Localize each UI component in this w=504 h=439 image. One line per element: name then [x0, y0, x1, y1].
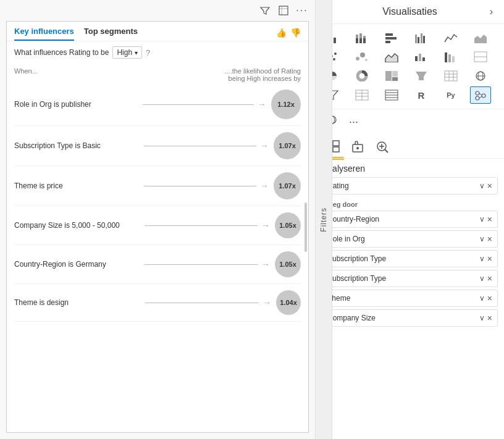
influence-question-text: What influences Rating to be — [14, 48, 109, 57]
svg-point-21 — [333, 58, 335, 61]
viz-unknown1[interactable] — [470, 48, 491, 65]
viz-area-chart[interactable] — [470, 29, 491, 46]
subscription-type-2-chevron-icon[interactable]: ∨ — [479, 274, 485, 283]
analysis-tabs — [316, 131, 504, 159]
viz-treemap[interactable] — [381, 67, 402, 85]
country-region-remove-icon[interactable]: × — [487, 214, 492, 224]
subscription-type-1-remove-icon[interactable]: × — [487, 254, 492, 264]
rating-field-actions: ∨ × — [479, 181, 492, 191]
company-size-chevron-icon[interactable]: ∨ — [479, 314, 485, 322]
influencer-bubble: 1.07x — [274, 132, 301, 159]
viz-globe[interactable] — [470, 67, 491, 85]
svg-rect-69 — [333, 147, 339, 152]
list-item: Country-Region is Germany → 1.05x — [14, 245, 301, 284]
table-header-right: ....the likelihood of Rating being High … — [214, 67, 301, 82]
selected-value: High — [117, 48, 132, 57]
subscription-type-2-remove-icon[interactable]: × — [487, 274, 492, 283]
role-in-org-chevron-icon[interactable]: ∨ — [479, 235, 485, 243]
field-name-role-in-org: Role in Org — [327, 235, 365, 243]
svg-rect-10 — [385, 33, 393, 36]
svg-rect-11 — [385, 37, 397, 40]
svg-rect-7 — [359, 38, 362, 43]
viz-line-area[interactable] — [381, 48, 402, 65]
theme-remove-icon[interactable]: × — [487, 293, 492, 303]
field-name-subscription-type-1: Subscription Type — [327, 254, 386, 263]
viz-matrix[interactable] — [440, 67, 461, 85]
more-options-icon[interactable]: ··· — [295, 4, 309, 17]
field-pill-role-in-org: Role in Org ∨ × — [322, 230, 498, 248]
connector-line — [143, 104, 254, 105]
viz-ribbon[interactable] — [440, 48, 461, 65]
viz-r-script[interactable]: R — [411, 86, 432, 104]
value-dropdown[interactable]: High ▾ — [112, 46, 142, 59]
viz-line-chart[interactable] — [440, 29, 461, 46]
influencer-connector: → — [145, 298, 271, 307]
tab-key-influencers[interactable]: Key influencers — [14, 27, 74, 41]
svg-rect-6 — [359, 33, 362, 38]
influencer-connector: → — [144, 141, 269, 151]
rating-remove-icon[interactable]: × — [487, 181, 492, 191]
svg-rect-4 — [356, 35, 358, 38]
scroll-handle[interactable] — [304, 203, 307, 252]
svg-line-73 — [385, 149, 388, 153]
arrow-icon: → — [261, 259, 270, 269]
viz-stacked-bar[interactable] — [351, 29, 372, 46]
company-size-remove-icon[interactable]: × — [487, 313, 492, 323]
influencer-text: Theme is price — [14, 182, 139, 190]
svg-rect-31 — [452, 56, 455, 62]
theme-chevron-icon[interactable]: ∨ — [479, 294, 485, 303]
viz-funnel[interactable] — [411, 67, 432, 85]
rating-chevron-icon[interactable]: ∨ — [479, 182, 485, 190]
list-item: Role in Org is publisher → 1.12x — [14, 83, 301, 126]
svg-point-23 — [360, 52, 365, 57]
svg-rect-15 — [421, 33, 422, 43]
field-pill-company-size: Company Size ∨ × — [322, 309, 498, 327]
svg-rect-0 — [279, 6, 288, 15]
svg-rect-30 — [448, 54, 451, 62]
viz-python[interactable]: Py — [440, 86, 461, 104]
viz-donut[interactable] — [351, 67, 372, 85]
influencer-text: Country-Region is Germany — [14, 260, 140, 269]
country-region-chevron-icon[interactable]: ∨ — [479, 215, 485, 224]
viz-clustered-bar[interactable] — [411, 29, 432, 46]
connector-line — [145, 303, 259, 303]
svg-rect-16 — [423, 36, 425, 43]
filters-strip[interactable]: Filters — [315, 0, 332, 439]
subscription-type-1-actions: ∨ × — [479, 254, 492, 264]
svg-point-71 — [356, 147, 359, 149]
svg-rect-26 — [415, 56, 418, 61]
influencer-connector: → — [143, 99, 266, 109]
viz-key-influencer[interactable] — [470, 86, 491, 104]
thumbup-icon[interactable]: 👍 — [276, 28, 287, 38]
field-pill-subscription-type-2: Subscription Type ∨ × — [322, 270, 498, 287]
analysis-tab-format[interactable] — [346, 136, 369, 158]
arrow-icon: → — [261, 220, 270, 230]
viz-horiz-bar[interactable] — [381, 29, 402, 46]
table-header-left: When... — [14, 67, 38, 82]
role-in-org-remove-icon[interactable]: × — [487, 234, 492, 244]
help-icon[interactable]: ? — [146, 48, 150, 57]
influencer-connector: → — [144, 181, 269, 191]
analysis-tab-analytics[interactable] — [371, 136, 393, 158]
svg-rect-8 — [363, 36, 366, 38]
viz-matrix2[interactable] — [381, 86, 402, 104]
viz-table[interactable] — [351, 86, 372, 104]
svg-marker-25 — [385, 54, 398, 62]
thumbdown-icon[interactable]: 👎 — [290, 28, 301, 38]
influencer-bubble: 1.07x — [274, 172, 301, 199]
tabs: Key influencers Top segments — [14, 27, 138, 41]
right-header: ‹ Visualisaties › — [316, 0, 504, 24]
svg-point-59 — [482, 94, 485, 98]
more-viz-icon[interactable]: ... — [343, 111, 364, 128]
influence-question-row: What influences Rating to be High ▾ ? — [7, 41, 308, 64]
focus-icon[interactable] — [277, 4, 290, 17]
company-size-actions: ∨ × — [479, 313, 492, 323]
viz-scatter2[interactable] — [351, 48, 372, 65]
tab-top-segments[interactable]: Top segments — [84, 27, 138, 41]
nav-right-arrow[interactable]: › — [487, 6, 495, 17]
subscription-type-1-chevron-icon[interactable]: ∨ — [479, 254, 485, 263]
field-section: Rating ∨ × Uitleg door Country-Region ∨ … — [316, 177, 504, 439]
filter-icon[interactable] — [258, 4, 272, 17]
field-pill-subscription-type-1: Subscription Type ∨ × — [322, 250, 498, 267]
viz-waterfall[interactable] — [411, 48, 432, 65]
